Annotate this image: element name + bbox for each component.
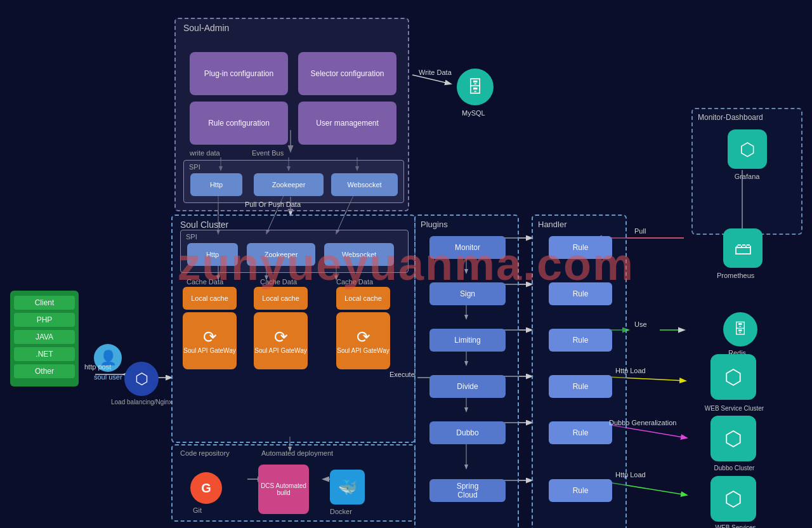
user-mgmt-btn[interactable]: User management	[298, 102, 396, 145]
mysql-label: MySQL	[462, 109, 485, 117]
handler-rule-2[interactable]: Rule	[549, 282, 612, 305]
pull-push-label: Pull Or Push Data	[245, 201, 301, 208]
handler-rule-6[interactable]: Rule	[549, 479, 612, 502]
lb-label: Load balancing/Nginx	[111, 399, 159, 406]
handler-rule-4[interactable]: Rule	[549, 375, 612, 398]
client-title: Client	[14, 296, 75, 310]
code-repo-label: Code repository	[180, 449, 230, 457]
client-java: JAVA	[14, 330, 75, 344]
plugin-sign[interactable]: Sign	[429, 282, 506, 305]
client-php: PHP	[14, 313, 75, 327]
zookeeper-btn-admin[interactable]: Zookeeper	[254, 173, 324, 196]
soul-user: 👤 soul user	[94, 344, 122, 381]
handler-rule-3[interactable]: Rule	[549, 329, 612, 352]
handler-box: Handler Rule Rule Rule Rule Rule Rule	[532, 214, 627, 528]
prometheus-label: Prometheus	[717, 272, 754, 279]
dubbo-cluster-icon: ⬡	[710, 416, 756, 461]
soul-cluster-title: Soul Cluster	[180, 220, 228, 230]
soul-cluster-box: Soul Cluster SPI Http Zookeeper Websocke…	[171, 214, 416, 443]
plugin-limiting[interactable]: Limiting	[429, 329, 506, 352]
deployment-box: Code repository Automated deployment G G…	[171, 444, 416, 522]
automated-label: Automated deployment	[261, 449, 333, 457]
event-bus-label: Event Bus	[252, 149, 284, 157]
pull-label: Pull	[634, 227, 646, 235]
plugin-spring-cloud[interactable]: SpringCloud	[429, 479, 506, 502]
cache-label-2: Cache Data	[260, 278, 297, 286]
mysql-icon: 🗄	[457, 69, 494, 105]
plugin-config-btn[interactable]: Plug-in configuration	[190, 52, 288, 95]
write-data-arrow-label: Write Data	[419, 69, 452, 76]
local-cache-3: Local cache	[336, 287, 390, 310]
git-label: Git	[193, 506, 202, 514]
web-services-icon: ⬡	[710, 476, 756, 522]
dcs-box: DCS Automated build	[258, 465, 309, 514]
http-post-label: http post	[84, 363, 111, 371]
plugins-box: Plugins Monitor Sign Limiting Divide Dub…	[414, 214, 519, 528]
dubbo-gen-label: Dubbo Generalization	[609, 419, 676, 426]
dubbo-cluster-label: Dubbo Cluster	[704, 465, 764, 472]
prometheus-icon: 🗃	[723, 228, 763, 268]
rule-config-btn[interactable]: Rule configuration	[190, 102, 288, 145]
web-service-cluster-icon: ⬡	[710, 354, 756, 400]
selector-config-btn[interactable]: Selector configuration	[298, 52, 396, 95]
cache-label-3: Cache Data	[336, 278, 373, 286]
lb-node: ⬡	[124, 362, 159, 396]
local-cache-1: Local cache	[183, 287, 237, 310]
plugins-title: Plugins	[421, 220, 448, 229]
soul-admin-title: Soul-Admin	[183, 23, 229, 33]
git-icon: G	[190, 472, 222, 504]
handler-rule-5[interactable]: Rule	[549, 421, 612, 444]
http-btn-cluster[interactable]: Http	[187, 243, 238, 266]
monitor-title: Monitor-Dashboard	[698, 113, 763, 122]
websocket-btn-admin[interactable]: Websocket	[331, 173, 398, 196]
user-label: soul user	[94, 373, 122, 381]
client-other: Other	[14, 364, 75, 378]
gateway-col-1: Local cache ⟳ Soul API GateWay	[183, 287, 237, 369]
client-net: .NET	[14, 347, 75, 361]
plugin-divide[interactable]: Divide	[429, 375, 506, 398]
soul-admin-box: Soul-Admin Plug-in configuration Selecto…	[174, 18, 409, 211]
redis-icon: 🗄	[723, 312, 757, 346]
gateway-box-3: ⟳ Soul API GateWay	[336, 312, 390, 369]
gateway-box-2: ⟳ Soul API GateWay	[254, 312, 308, 369]
zookeeper-btn-cluster[interactable]: Zookeeper	[247, 243, 315, 266]
docker-label: Docker	[330, 508, 352, 515]
gateway-col-2: Local cache ⟳ Soul API GateWay	[254, 287, 308, 369]
plugin-dubbo[interactable]: Dubbo	[429, 421, 506, 444]
web-services-label: WEB Services	[705, 524, 766, 528]
cache-label-1: Cache Data	[187, 278, 223, 286]
local-cache-2: Local cache	[254, 287, 308, 310]
gateway-col-3: Local cache ⟳ Soul API GateWay	[336, 287, 390, 369]
http-load-label-2: Http Load	[615, 471, 646, 478]
websocket-btn-cluster[interactable]: Websocket	[324, 243, 394, 266]
docker-icon: 🐳	[330, 470, 365, 505]
client-panel: Client PHP JAVA .NET Other	[10, 291, 79, 386]
grafana-icon: ⬡	[728, 129, 767, 169]
grafana-label: Grafana	[735, 173, 760, 180]
handler-title: Handler	[538, 220, 567, 229]
monitor-dashboard-box: Monitor-Dashboard ⬡ Grafana	[691, 108, 802, 235]
gateway-box-1: ⟳ Soul API GateWay	[183, 312, 237, 369]
web-service-cluster-label: WEB Service Cluster	[704, 405, 764, 412]
http-load-label-1: Http Load	[615, 367, 646, 374]
use-label: Use	[634, 320, 647, 328]
plugin-monitor[interactable]: Monitor	[429, 236, 506, 259]
http-btn-admin[interactable]: Http	[190, 173, 242, 196]
svg-line-0	[412, 75, 450, 84]
spi-label-cluster: SPI	[186, 233, 197, 241]
execute-label: Execute	[390, 371, 415, 378]
write-data-label: write data	[190, 149, 220, 157]
spi-label-admin: SPI	[189, 163, 200, 171]
handler-rule-1[interactable]: Rule	[549, 236, 612, 259]
